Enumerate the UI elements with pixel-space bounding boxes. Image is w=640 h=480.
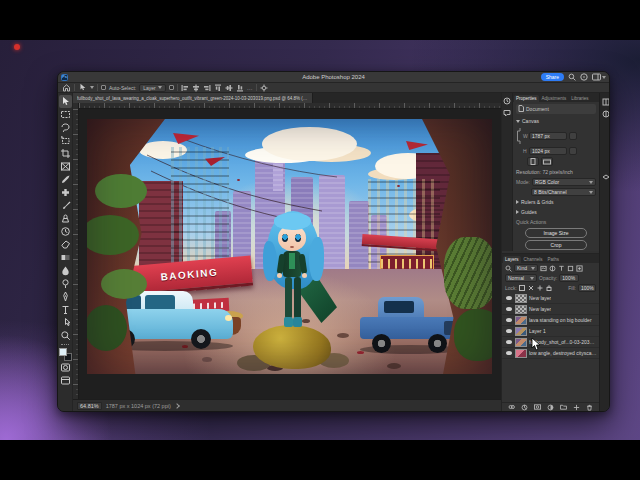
lasso-tool[interactable] <box>59 121 72 134</box>
auto-select-checkbox[interactable] <box>101 85 106 90</box>
filter-type-layers-icon[interactable] <box>558 265 565 272</box>
adjustment-layer-icon[interactable] <box>547 404 554 411</box>
align-top-icon[interactable] <box>214 84 222 92</box>
show-transform-controls-checkbox[interactable] <box>169 85 174 90</box>
share-button[interactable]: Share <box>541 73 564 81</box>
lock-position-icon[interactable] <box>537 285 544 292</box>
blend-mode-dropdown[interactable]: Normal <box>505 274 537 282</box>
rectangular-marquee-tool[interactable] <box>59 108 72 121</box>
tab-layers[interactable]: Layers <box>503 256 521 263</box>
filter-shape-layers-icon[interactable] <box>567 265 574 272</box>
opacity-field[interactable]: 100% <box>559 274 579 282</box>
layer-thumbnail[interactable] <box>515 294 527 303</box>
layer-row[interactable]: New layer <box>502 293 599 304</box>
orientation-portrait-button[interactable] <box>527 157 539 166</box>
height-unit-button[interactable] <box>569 147 577 155</box>
guides-section-header[interactable]: Guides <box>513 207 599 217</box>
link-dimensions-icon[interactable] <box>516 127 521 145</box>
move-tool[interactable] <box>59 95 72 108</box>
brush-tool[interactable] <box>59 199 72 212</box>
eraser-tool[interactable] <box>59 238 72 251</box>
crop-button[interactable]: Crop <box>525 240 587 250</box>
status-caret-icon[interactable] <box>174 403 180 409</box>
home-icon[interactable] <box>62 83 71 92</box>
link-layers-icon[interactable] <box>508 404 515 411</box>
vertical-ruler[interactable] <box>73 109 79 399</box>
delete-layer-icon[interactable] <box>586 404 593 411</box>
bit-depth-dropdown[interactable]: 8 Bits/Channel <box>531 188 596 196</box>
tab-properties[interactable]: Properties <box>514 95 539 102</box>
align-left-icon[interactable] <box>181 84 189 92</box>
visibility-eye-icon[interactable] <box>504 318 513 322</box>
eyedropper-tool[interactable] <box>59 173 72 186</box>
layer-mask-icon[interactable] <box>534 404 541 411</box>
layer-thumbnail[interactable] <box>515 349 527 358</box>
lock-all-icon[interactable] <box>546 285 553 292</box>
align-right-icon[interactable] <box>203 84 211 92</box>
zoom-tool[interactable] <box>59 329 72 342</box>
orientation-landscape-button[interactable] <box>541 157 553 166</box>
align-bottom-icon[interactable] <box>236 84 244 92</box>
history-brush-tool[interactable] <box>59 225 72 238</box>
help-icon[interactable] <box>580 73 588 81</box>
canvas-artwork[interactable]: BAOKING <box>87 119 492 374</box>
lock-transparent-icon[interactable] <box>519 285 526 292</box>
path-selection-tool[interactable] <box>59 316 72 329</box>
visibility-eye-icon[interactable] <box>504 296 513 300</box>
gradient-tool[interactable] <box>59 251 72 264</box>
layer-thumbnail[interactable] <box>515 316 527 325</box>
horizontal-ruler[interactable] <box>79 103 501 108</box>
height-field[interactable]: 1024 px <box>529 147 567 155</box>
layer-thumbnail[interactable] <box>515 327 527 336</box>
spot-healing-tool[interactable] <box>59 186 72 199</box>
adjustments-panel-icon[interactable] <box>602 110 610 118</box>
search-icon[interactable] <box>568 73 576 81</box>
lock-pixels-icon[interactable] <box>528 285 535 292</box>
screen-mode-icon[interactable] <box>59 374 72 387</box>
auto-select-target-dropdown[interactable]: Layer <box>139 84 166 92</box>
filter-smart-objects-icon[interactable] <box>576 265 583 272</box>
toolbar-more-dots[interactable] <box>61 344 69 345</box>
layer-thumbnail[interactable] <box>515 305 527 314</box>
filter-adjustment-layers-icon[interactable] <box>549 265 556 272</box>
gear-icon[interactable] <box>260 84 268 92</box>
layer-row[interactable]: Layer 1 <box>502 326 599 337</box>
quick-mask-icon[interactable] <box>59 361 72 374</box>
rulers-grids-section-header[interactable]: Rulers & Grids <box>513 197 599 207</box>
width-unit-button[interactable] <box>569 132 577 140</box>
tab-libraries[interactable]: Libraries <box>569 95 590 102</box>
titlebar[interactable]: Ps Adobe Photoshop 2024 Share <box>58 72 609 83</box>
visibility-eye-icon[interactable] <box>504 340 513 344</box>
layer-row[interactable]: lava standing on big boulder <box>502 315 599 326</box>
layer-thumbnail[interactable] <box>515 338 527 347</box>
object-selection-tool[interactable] <box>59 134 72 147</box>
foreground-color-swatch[interactable] <box>59 348 67 356</box>
tab-adjustments[interactable]: Adjustments <box>540 95 569 102</box>
dodge-tool[interactable] <box>59 277 72 290</box>
type-tool[interactable] <box>59 303 72 316</box>
workspace-switcher-icon[interactable] <box>592 73 606 81</box>
width-field[interactable]: 1787 px <box>529 132 567 140</box>
canvas-viewport[interactable]: BAOKING <box>73 109 501 399</box>
frame-tool[interactable] <box>59 160 72 173</box>
blur-tool[interactable] <box>59 264 72 277</box>
color-swatches[interactable] <box>59 348 72 361</box>
tab-paths[interactable]: Paths <box>546 256 562 263</box>
canvas-section-header[interactable]: Canvas <box>513 116 599 126</box>
clone-stamp-tool[interactable] <box>59 212 72 225</box>
pen-tool[interactable] <box>59 290 72 303</box>
tab-channels[interactable]: Channels <box>522 256 545 263</box>
visibility-eye-icon[interactable] <box>504 351 513 355</box>
image-size-button[interactable]: Image Size <box>525 228 587 238</box>
more-align-options[interactable]: … <box>247 85 254 91</box>
visibility-eye-icon[interactable] <box>504 307 513 311</box>
mode-dropdown[interactable]: RGB Color <box>532 178 596 186</box>
align-middle-icon[interactable] <box>225 84 233 92</box>
filter-kind-dropdown[interactable]: Kind <box>514 264 538 272</box>
zoom-level-field[interactable]: 64.81% <box>77 402 102 410</box>
layer-row[interactable]: New layer <box>502 304 599 315</box>
layer-row[interactable]: fullbody_shot_of...0-03-203019.png <box>502 337 599 348</box>
fill-field[interactable]: 100% <box>578 284 596 292</box>
document-tab[interactable]: fullbody_shot_of_lava_wearing_a_cloak_su… <box>73 93 313 103</box>
visibility-eye-icon[interactable] <box>504 329 513 333</box>
